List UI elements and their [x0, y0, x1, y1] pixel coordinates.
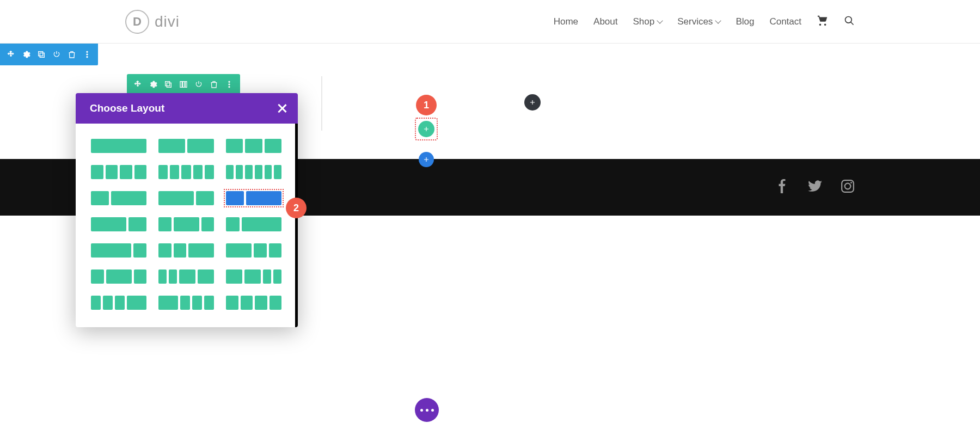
trash-icon[interactable]: [68, 50, 76, 59]
svg-rect-7: [166, 82, 170, 86]
layout-grid: [91, 139, 285, 310]
nav-about[interactable]: About: [593, 16, 617, 27]
layout-option[interactable]: [91, 165, 146, 179]
layout-option[interactable]: [226, 191, 281, 205]
content-divider: [321, 76, 322, 131]
nav-services-label: Services: [677, 16, 713, 27]
duplicate-icon[interactable]: [37, 50, 46, 59]
svg-rect-11: [185, 82, 187, 88]
layout-option[interactable]: [158, 296, 214, 310]
move-icon[interactable]: [7, 50, 15, 59]
add-section-button[interactable]: [524, 94, 541, 111]
nav-services[interactable]: Services: [677, 16, 720, 27]
layout-option[interactable]: [158, 139, 214, 153]
svg-rect-15: [842, 180, 854, 192]
svg-point-0: [846, 16, 852, 23]
dot-icon: [431, 409, 434, 412]
layout-option[interactable]: [91, 296, 146, 310]
main-nav: Home About Shop Services Blog Contact: [554, 15, 855, 29]
chevron-down-icon: [715, 17, 721, 23]
svg-rect-3: [40, 53, 44, 57]
nav-shop[interactable]: Shop: [633, 16, 662, 27]
svg-rect-10: [183, 82, 185, 88]
svg-rect-9: [180, 82, 182, 88]
layout-option[interactable]: [91, 217, 146, 231]
layout-option[interactable]: [158, 243, 214, 258]
svg-point-14: [229, 86, 230, 88]
nav-blog[interactable]: Blog: [736, 16, 754, 27]
layout-option[interactable]: [91, 269, 146, 284]
layout-panel-title: Choose Layout: [90, 102, 164, 114]
move-icon[interactable]: [133, 80, 142, 89]
svg-point-6: [87, 56, 88, 58]
svg-point-12: [229, 81, 230, 83]
section-toolbar: [0, 44, 98, 65]
columns-icon[interactable]: [179, 80, 188, 89]
layout-option[interactable]: [226, 269, 281, 284]
add-section-button-secondary[interactable]: [419, 152, 434, 167]
layout-option[interactable]: [158, 217, 214, 231]
layout-option[interactable]: [226, 165, 281, 179]
layout-option[interactable]: [158, 269, 214, 284]
nav-shop-label: Shop: [633, 16, 654, 27]
layout-option[interactable]: [91, 139, 146, 153]
dot-icon: [420, 409, 423, 412]
layout-panel-body: [76, 124, 298, 327]
nav-home[interactable]: Home: [554, 16, 578, 27]
callout-1: 1: [416, 95, 437, 115]
dot-icon: [426, 409, 428, 412]
nav-home-label: Home: [554, 16, 578, 27]
settings-icon[interactable]: [149, 80, 157, 89]
svg-point-4: [87, 51, 88, 53]
duplicate-icon[interactable]: [164, 80, 173, 89]
callout-2: 2: [286, 198, 307, 218]
svg-point-16: [845, 183, 851, 189]
svg-rect-2: [39, 52, 43, 56]
power-icon[interactable]: [52, 50, 61, 59]
layout-option[interactable]: [226, 243, 281, 258]
cart-icon[interactable]: [817, 15, 829, 29]
more-vertical-icon[interactable]: [83, 50, 91, 59]
trash-icon[interactable]: [210, 80, 218, 89]
layout-panel-header: Choose Layout: [76, 93, 298, 124]
add-row-button[interactable]: [418, 121, 434, 137]
settings-icon[interactable]: [22, 50, 30, 59]
row-toolbar: [127, 74, 240, 95]
builder-fab[interactable]: [415, 398, 439, 422]
twitter-icon[interactable]: [808, 179, 822, 195]
power-icon[interactable]: [194, 80, 203, 89]
svg-point-5: [87, 54, 88, 56]
nav-contact-label: Contact: [769, 16, 801, 27]
logo[interactable]: D divi: [125, 10, 180, 34]
svg-line-1: [851, 22, 854, 24]
layout-option[interactable]: [226, 296, 281, 310]
social-links: [775, 179, 855, 195]
close-icon[interactable]: [277, 103, 287, 113]
search-icon[interactable]: [844, 15, 855, 28]
layout-option[interactable]: [226, 217, 281, 231]
logo-mark: D: [125, 10, 149, 34]
layout-option[interactable]: [226, 139, 281, 153]
chevron-down-icon: [657, 17, 663, 23]
facebook-icon[interactable]: [775, 179, 789, 195]
svg-point-17: [850, 182, 852, 183]
layout-option[interactable]: [91, 191, 146, 205]
svg-point-13: [229, 84, 230, 85]
nav-about-label: About: [593, 16, 617, 27]
svg-rect-8: [167, 83, 171, 87]
layout-panel: Choose Layout: [76, 93, 298, 327]
layout-option[interactable]: [158, 165, 214, 179]
more-vertical-icon[interactable]: [225, 80, 234, 89]
logo-text: divi: [155, 13, 180, 30]
instagram-icon[interactable]: [841, 179, 855, 195]
header: D divi Home About Shop Services Blog Con…: [0, 0, 980, 44]
nav-contact[interactable]: Contact: [769, 16, 801, 27]
layout-option[interactable]: [158, 191, 214, 205]
layout-option[interactable]: [91, 243, 146, 258]
nav-blog-label: Blog: [736, 16, 754, 27]
